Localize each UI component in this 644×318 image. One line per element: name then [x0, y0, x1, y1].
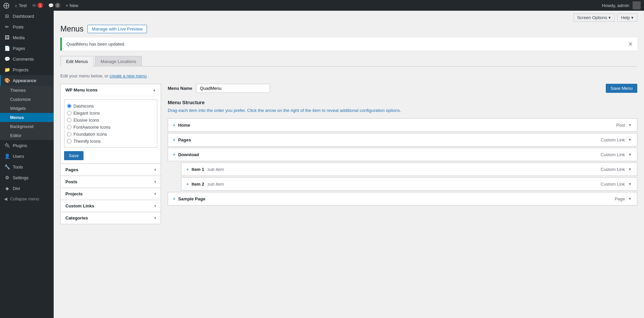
top-bar: Screen Options ▾ Help ▾	[54, 11, 644, 24]
menu-item-expand-home[interactable]: ▾	[628, 122, 632, 128]
sidebar-item-pages[interactable]: 📄 Pages	[0, 43, 54, 54]
menu-item-plus-home[interactable]: +	[173, 122, 175, 128]
sidebar-item-themes[interactable]: Themes	[0, 86, 54, 95]
sidebar-item-tools[interactable]: 🔧 Tools	[0, 162, 54, 172]
accordion-header-projects[interactable]: Projects ▾	[61, 188, 161, 200]
menu-item-expand-download[interactable]: ▾	[628, 151, 632, 157]
save-icon-set-button[interactable]: Save	[64, 151, 84, 160]
icon-radio-themify-icons[interactable]: Themify Icons	[67, 138, 154, 145]
menu-item-download[interactable]: + Download Custom Link ▾	[168, 148, 637, 161]
menu-add-items-panel: WP Menu Icons ▲ Dashicons	[60, 84, 161, 224]
menu-item-plus-item1[interactable]: +	[186, 167, 189, 172]
radio-fontawesome-icons[interactable]	[67, 125, 71, 129]
pages-icon: 📄	[4, 46, 10, 51]
accordion-header-posts[interactable]: Posts ▾	[61, 176, 161, 188]
accordion-header-pages[interactable]: Pages ▾	[61, 164, 161, 176]
accordion-posts: Posts ▾	[60, 176, 161, 188]
label-foundation-icons: Foundation Icons	[73, 132, 107, 137]
accordion-projects: Projects ▾	[60, 188, 161, 200]
menu-item-pages[interactable]: + Pages Custom Link ▾	[168, 133, 637, 146]
page-header: Menus Manage with Live Preview	[60, 24, 637, 34]
radio-dashicons[interactable]	[67, 104, 71, 108]
sidebar-item-divi[interactable]: ◈ Divi	[0, 183, 54, 194]
menu-item-item1[interactable]: + Item 1 sub item Custom Link ▾	[181, 163, 637, 176]
notice-close-button[interactable]: ✕	[628, 41, 633, 47]
menu-item-type-item2: Custom Link	[601, 182, 625, 187]
accordion-header-custom-links[interactable]: Custom Links ▾	[61, 200, 161, 212]
edit-menu-note: Edit your menu below, or create a new me…	[60, 73, 637, 78]
icon-list-scrollable[interactable]: Dashicons Elegant Icons Elusive Icons	[64, 100, 157, 148]
menu-item-expand-item2[interactable]: ▾	[628, 181, 632, 187]
accordion-header-wp-menu-icons[interactable]: WP Menu Icons ▲	[61, 84, 161, 96]
tools-icon: 🔧	[4, 164, 10, 170]
adminbar-updates[interactable]: ♾ 1	[32, 3, 43, 8]
sidebar-item-customize[interactable]: Customize	[0, 95, 54, 104]
tab-manage-locations[interactable]: Manage Locations	[95, 56, 142, 67]
menu-item-expand-sample-page[interactable]: ▾	[628, 196, 632, 202]
adminbar-site[interactable]: ⌂ Test	[15, 3, 27, 8]
menu-item-expand-pages[interactable]: ▾	[628, 137, 632, 143]
sidebar-item-plugins[interactable]: 🔌 Plugins	[0, 140, 54, 151]
settings-icon: ⚙	[4, 175, 10, 180]
accordion-title-custom-links: Custom Links	[65, 203, 94, 208]
menu-item-item2[interactable]: + Item 2 sub item Custom Link ▾	[181, 177, 637, 191]
menu-item-label-home: Home	[178, 123, 616, 128]
menu-item-expand-item1[interactable]: ▾	[628, 166, 632, 172]
adminbar-new[interactable]: + New	[66, 3, 78, 8]
wp-logo[interactable]: ⨁	[3, 2, 9, 9]
label-themify-icons: Themify Icons	[73, 139, 101, 144]
label-elegant-icons: Elegant Icons	[73, 111, 100, 116]
label-dashicons: Dashicons	[73, 104, 94, 109]
menu-item-sample-page[interactable]: + Sample Page Page ▾	[168, 192, 637, 205]
save-menu-button[interactable]: Save Menu	[606, 84, 637, 93]
menu-item-label-sample-page: Sample Page	[178, 196, 614, 201]
main-content: Screen Options ▾ Help ▾ Menus Manage wit…	[54, 11, 644, 318]
radio-themify-icons[interactable]	[67, 139, 71, 143]
collapse-menu-button[interactable]: ◀ Collapse menu	[0, 194, 54, 204]
appearance-icon: 🎨	[4, 78, 10, 83]
sidebar-item-users[interactable]: 👤 Users	[0, 151, 54, 162]
screen-options-button[interactable]: Screen Options ▾	[574, 13, 615, 22]
sidebar-item-widgets[interactable]: Widgets	[0, 104, 54, 113]
menu-item-type-home: Post	[616, 123, 625, 128]
menu-item-plus-pages[interactable]: +	[173, 137, 175, 142]
menu-item-plus-sample-page[interactable]: +	[173, 196, 175, 201]
sidebar-item-posts[interactable]: ✏ Posts	[0, 21, 54, 32]
menu-structure-note: Drag each item into the order you prefer…	[168, 108, 637, 113]
icon-radio-elegant-icons[interactable]: Elegant Icons	[67, 110, 154, 117]
adminbar-avatar[interactable]	[633, 1, 641, 9]
icon-radio-fontawesome-icons[interactable]: FontAwsome Icons	[67, 124, 154, 131]
screen-options-chevron-icon: ▾	[608, 15, 611, 20]
icon-radio-dashicons[interactable]: Dashicons	[67, 103, 154, 110]
adminbar-comments[interactable]: 💬 0	[48, 3, 60, 8]
adminbar-howdy: Howdy, admin	[602, 3, 629, 8]
sidebar-item-dashboard[interactable]: ⊟ Dashboard	[0, 11, 54, 21]
accordion-categories: Categories ▾	[60, 212, 161, 224]
radio-elegant-icons[interactable]	[67, 111, 71, 115]
tab-edit-menus[interactable]: Edit Menus	[60, 56, 94, 67]
radio-foundation-icons[interactable]	[67, 132, 71, 136]
menu-name-input[interactable]	[196, 84, 270, 93]
sidebar-item-background[interactable]: Background	[0, 122, 54, 131]
sidebar-item-appearance[interactable]: 🎨 Appearance	[0, 75, 54, 86]
sidebar-item-settings[interactable]: ⚙ Settings	[0, 172, 54, 183]
sidebar-item-editor[interactable]: Editor	[0, 131, 54, 140]
icon-radio-foundation-icons[interactable]: Foundation Icons	[67, 131, 154, 138]
accordion-header-categories[interactable]: Categories ▾	[61, 212, 161, 224]
icon-radio-elusive-icons[interactable]: Elusive Icons	[67, 117, 154, 124]
sidebar-item-projects[interactable]: 📁 Projects	[0, 64, 54, 75]
live-preview-button[interactable]: Manage with Live Preview	[88, 25, 147, 33]
sidebar-item-media[interactable]: 🖼 Media	[0, 32, 54, 43]
accordion-title-projects: Projects	[65, 191, 83, 196]
sidebar-item-menus[interactable]: Menus	[0, 113, 54, 122]
help-button[interactable]: Help ▾	[617, 13, 637, 22]
menu-item-plus-download[interactable]: +	[173, 152, 175, 157]
sidebar-item-comments[interactable]: 💬 Comments	[0, 54, 54, 64]
radio-elusive-icons[interactable]	[67, 118, 71, 122]
accordion-title-pages: Pages	[65, 167, 78, 172]
accordion-chevron-wp-menu-icons: ▲	[153, 88, 156, 92]
menu-item-plus-item2[interactable]: +	[186, 181, 189, 187]
menu-item-type-sample-page: Page	[615, 196, 625, 201]
create-new-menu-link[interactable]: create a new menu	[110, 73, 147, 78]
menu-item-home[interactable]: + Home Post ▾	[168, 118, 637, 132]
